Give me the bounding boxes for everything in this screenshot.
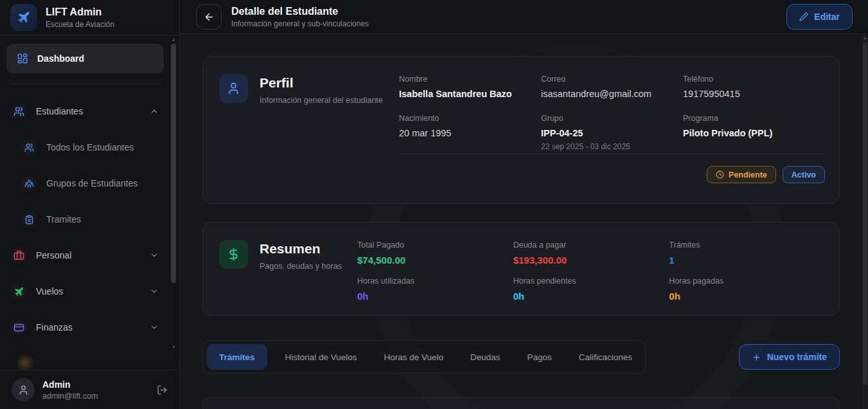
- field-programa: Programa Piloto Privado (PPL): [683, 114, 825, 151]
- avatar: [12, 378, 35, 401]
- edit-button[interactable]: Editar: [786, 4, 853, 30]
- status-badge-pendiente: Pendiente: [707, 166, 776, 183]
- tab-calificaciones[interactable]: Calificaciones: [570, 344, 641, 370]
- back-button[interactable]: [196, 4, 222, 30]
- app-logo: [10, 4, 37, 31]
- sidebar-item-label: Todos los Estudiantes: [46, 142, 134, 152]
- grupo-dates: 22 sep 2025 - 03 dic 2025: [541, 142, 683, 151]
- tab-deudas[interactable]: Deudas: [461, 344, 509, 370]
- field-nacimiento: Nacimiento 20 mar 1995: [399, 114, 541, 151]
- field-telefono: Teléfono 19175950415: [683, 75, 825, 99]
- sidebar-item-label: Grupos de Estudiantes: [46, 178, 137, 188]
- summary-card: Resumen Pagos, deudas y horas Total Paga…: [202, 222, 840, 316]
- page-header: Detalle del Estudiante Información gener…: [180, 0, 868, 34]
- sidebar-item-vuelos[interactable]: Vuelos: [6, 280, 164, 303]
- logout-icon[interactable]: [157, 385, 168, 395]
- stat-horas-pendientes: Horas pendientes 0h: [513, 277, 669, 302]
- chevron-up-icon[interactable]: [150, 107, 159, 116]
- edit-button-label: Editar: [814, 12, 840, 22]
- app-window: LIFT Admin Escuela de Aviación Dashboard…: [0, 0, 868, 409]
- briefcase-icon: [8, 244, 30, 266]
- sidebar-item-label: Dashboard: [37, 53, 84, 64]
- sidebar-item-personal[interactable]: Personal: [6, 244, 164, 267]
- field-grupo: Grupo IPP-04-25 22 sep 2025 - 03 dic 202…: [541, 114, 683, 151]
- credit-card-icon: [8, 316, 30, 338]
- dashboard-icon: [17, 53, 28, 64]
- chevron-down-icon[interactable]: [150, 251, 159, 260]
- stat-horas-pagadas: Horas pagadas 0h: [669, 277, 825, 302]
- sidebar-item-grupos-de-estudiantes[interactable]: Grupos de Estudiantes: [6, 172, 164, 195]
- page-subtitle: Información general y sub-vinculaciones: [231, 19, 369, 28]
- profile-card: Perfil Información general del estudiant…: [202, 56, 840, 204]
- profile-fields: Nombre Isabella Santandreu Bazo Correo i…: [399, 74, 825, 203]
- sidebar-scrollbar[interactable]: ▲ ▼: [170, 37, 177, 350]
- user-email: admin@lift.com: [42, 392, 98, 401]
- tab-tramites[interactable]: Trámites: [207, 344, 267, 370]
- scroll-up-arrow[interactable]: ▲: [862, 35, 868, 41]
- scrollbar-thumb[interactable]: [171, 44, 176, 283]
- summary-card-title: Resumen: [260, 241, 342, 257]
- user-name: Admin: [42, 379, 98, 390]
- dollar-icon: [227, 248, 240, 261]
- field-correo: Correo isasantandreu@gmail.com: [541, 75, 683, 99]
- stat-deuda: Deuda a pagar $193,300.00: [513, 241, 669, 266]
- tabs-bar: Trámites Historial de Vuelos Horas de Vu…: [202, 340, 646, 374]
- summary-card-subtitle: Pagos, deudas y horas: [260, 262, 342, 271]
- users-group-icon: [18, 172, 40, 194]
- chevron-down-icon[interactable]: [150, 323, 159, 332]
- scroll-down-arrow[interactable]: ▼: [170, 344, 177, 350]
- sidebar-item-tramites[interactable]: Tramites: [6, 208, 164, 231]
- field-nombre: Nombre Isabella Santandreu Bazo: [399, 75, 541, 99]
- plane-icon: [8, 280, 30, 302]
- page-content: Perfil Información general del estudiant…: [180, 34, 868, 409]
- profile-card-divider: [399, 154, 825, 154]
- sidebar-item-finanzas[interactable]: Finanzas: [6, 316, 164, 339]
- status-badge-activo: Activo: [783, 166, 825, 183]
- main-area: Detalle del Estudiante Información gener…: [180, 0, 868, 409]
- stat-tramites: Trámites 1: [669, 241, 825, 266]
- sidebar-item-dashboard[interactable]: Dashboard: [6, 44, 164, 73]
- sidebar-item-label: Personal: [36, 250, 71, 260]
- sidebar-item-label: Estudiantes: [36, 106, 83, 116]
- sidebar-item-label: Finanzas: [36, 322, 73, 332]
- main-scrollbar[interactable]: ▲: [862, 35, 868, 409]
- next-card-partial: [202, 397, 840, 409]
- sidebar: LIFT Admin Escuela de Aviación Dashboard…: [0, 0, 180, 409]
- clipboard-icon: [18, 208, 40, 230]
- scrollbar-thumb[interactable]: [863, 42, 867, 385]
- plus-icon: [752, 352, 761, 362]
- stat-total-pagado: Total Pagado $74,500.00: [357, 241, 513, 266]
- sidebar-item-label: Vuelos: [36, 286, 63, 296]
- profile-card-subtitle: Información general del estudiante: [260, 96, 383, 105]
- users-icon: [18, 136, 40, 158]
- scroll-up-arrow[interactable]: ▲: [170, 37, 177, 43]
- summary-stats: Total Pagado $74,500.00 Deuda a pagar $1…: [357, 240, 825, 315]
- tab-historial-de-vuelos[interactable]: Historial de Vuelos: [276, 344, 366, 370]
- new-tramite-button[interactable]: Nuevo trámite: [739, 344, 840, 370]
- sidebar-item-todos-los-estudiantes[interactable]: Todos los Estudiantes: [6, 136, 164, 159]
- chevron-down-icon[interactable]: [150, 287, 159, 296]
- arrow-left-icon: [204, 12, 215, 23]
- tab-horas-de-vuelo[interactable]: Horas de Vuelo: [375, 344, 452, 370]
- app-subtitle: Escuela de Aviación: [46, 20, 114, 29]
- sidebar-nav: Dashboard Estudiantes Todos los Estudian…: [0, 35, 179, 370]
- new-tramite-label: Nuevo trámite: [767, 352, 827, 362]
- sidebar-divider: [9, 84, 161, 84]
- app-title: LIFT Admin: [46, 6, 114, 18]
- sidebar-item-partial-icon: [14, 352, 36, 370]
- page-title: Detalle del Estudiante: [231, 6, 369, 17]
- user-icon: [227, 82, 240, 95]
- tab-pagos[interactable]: Pagos: [518, 344, 560, 370]
- sidebar-item-estudiantes[interactable]: Estudiantes: [6, 100, 164, 123]
- profile-icon-tile: [219, 74, 248, 103]
- summary-icon-tile: [219, 240, 248, 269]
- sidebar-item-label: Tramites: [46, 214, 81, 224]
- stat-horas-utilizadas: Horas utilizadas 0h: [357, 277, 513, 302]
- brand: LIFT Admin Escuela de Aviación: [0, 0, 179, 35]
- users-icon: [8, 100, 30, 122]
- profile-card-title: Perfil: [260, 75, 383, 91]
- tabs-row: Trámites Historial de Vuelos Horas de Vu…: [202, 340, 840, 374]
- pencil-icon: [799, 12, 808, 21]
- clock-icon: [716, 170, 724, 179]
- sidebar-user-footer: Admin admin@lift.com: [0, 370, 179, 409]
